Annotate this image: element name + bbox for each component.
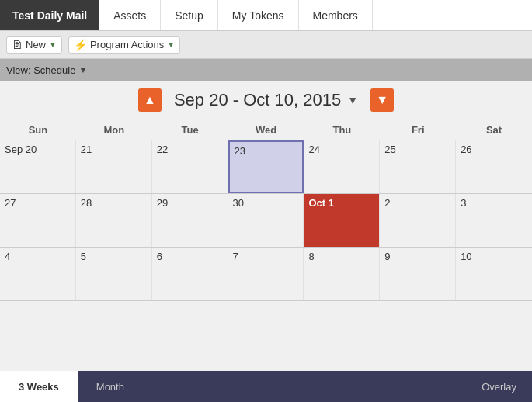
cell-sep21[interactable]: 21: [76, 140, 152, 193]
calendar: ▲ Sep 20 - Oct 10, 2015 ▼ ▼ Sun Mon Tue …: [0, 81, 532, 371]
bottom-spacer: [143, 371, 466, 402]
program-actions-icon: ⚡: [74, 39, 87, 51]
day-label-wed: Wed: [228, 120, 304, 140]
days-header: Sun Mon Tue Wed Thu Fri Sat: [0, 120, 532, 140]
new-button[interactable]: 🖹 New ▼: [6, 36, 62, 54]
tab-overlay[interactable]: Overlay: [466, 371, 532, 402]
nav-tab-setup[interactable]: Setup: [161, 0, 218, 30]
cell-sep30[interactable]: 30: [228, 194, 304, 247]
cell-sep29[interactable]: 29: [152, 194, 228, 247]
new-icon: 🖹: [12, 39, 23, 51]
new-dropdown-arrow: ▼: [49, 40, 57, 49]
cell-sep20[interactable]: Sep 20: [0, 140, 76, 193]
cell-sep23[interactable]: 23: [228, 140, 304, 193]
calendar-title: Sep 20 - Oct 10, 2015 ▼: [174, 90, 358, 110]
cell-sep27[interactable]: 27: [0, 194, 76, 247]
nav-tab-my-tokens[interactable]: My Tokens: [218, 0, 299, 30]
calendar-week-2: 27 28 29 30 Oct 1 2 3: [0, 194, 532, 248]
view-dropdown-arrow[interactable]: ▼: [78, 65, 87, 75]
prev-button[interactable]: ▲: [138, 88, 162, 112]
cell-sep28[interactable]: 28: [76, 194, 152, 247]
cell-sep25[interactable]: 25: [380, 140, 456, 193]
cell-oct4[interactable]: 4: [0, 248, 76, 300]
cell-oct1[interactable]: Oct 1: [304, 194, 380, 247]
calendar-title-text: Sep 20 - Oct 10, 2015: [174, 90, 341, 110]
day-label-thu: Thu: [304, 120, 380, 140]
cell-oct8[interactable]: 8: [304, 248, 380, 300]
cell-oct5[interactable]: 5: [76, 248, 152, 300]
calendar-week-3: 4 5 6 7 8 9 10: [0, 248, 532, 301]
program-actions-dropdown-arrow: ▼: [167, 40, 175, 49]
tab-3-weeks[interactable]: 3 Weeks: [0, 371, 78, 402]
day-label-mon: Mon: [76, 120, 152, 140]
calendar-weeks: Sep 20 21 22 23 24 25 26 27 28 29 30: [0, 140, 532, 301]
calendar-dropdown-arrow[interactable]: ▼: [347, 94, 358, 106]
bottom-tabs: 3 Weeks Month Overlay: [0, 371, 532, 402]
day-label-sat: Sat: [456, 120, 532, 140]
day-label-fri: Fri: [380, 120, 456, 140]
view-bar: View: Schedule ▼: [0, 59, 532, 81]
view-label: View: Schedule: [6, 64, 75, 76]
cell-oct7[interactable]: 7: [228, 248, 304, 300]
nav-tab-assets[interactable]: Assets: [99, 0, 161, 30]
calendar-grid: Sun Mon Tue Wed Thu Fri Sat Sep 20 21 22…: [0, 120, 532, 371]
program-actions-label: Program Actions: [90, 39, 164, 50]
cell-oct2[interactable]: 2: [380, 194, 456, 247]
top-navigation: Test Daily Mail Assets Setup My Tokens M…: [0, 0, 532, 31]
cell-sep22[interactable]: 22: [152, 140, 228, 193]
calendar-week-1: Sep 20 21 22 23 24 25 26: [0, 140, 532, 194]
cell-sep26[interactable]: 26: [456, 140, 532, 193]
app-brand: Test Daily Mail: [0, 0, 99, 30]
new-label: New: [26, 39, 46, 50]
program-actions-button[interactable]: ⚡ Program Actions ▼: [68, 36, 180, 54]
cell-oct10[interactable]: 10: [456, 248, 532, 300]
day-label-sun: Sun: [0, 120, 76, 140]
next-button[interactable]: ▼: [370, 88, 394, 112]
nav-tab-members[interactable]: Members: [299, 0, 373, 30]
toolbar: 🖹 New ▼ ⚡ Program Actions ▼: [0, 31, 532, 59]
day-label-tue: Tue: [152, 120, 228, 140]
cell-oct6[interactable]: 6: [152, 248, 228, 300]
tab-month[interactable]: Month: [78, 371, 143, 402]
cell-oct3[interactable]: 3: [456, 194, 532, 247]
cell-oct9[interactable]: 9: [380, 248, 456, 300]
calendar-header: ▲ Sep 20 - Oct 10, 2015 ▼ ▼: [0, 81, 532, 120]
cell-sep24[interactable]: 24: [304, 140, 380, 193]
